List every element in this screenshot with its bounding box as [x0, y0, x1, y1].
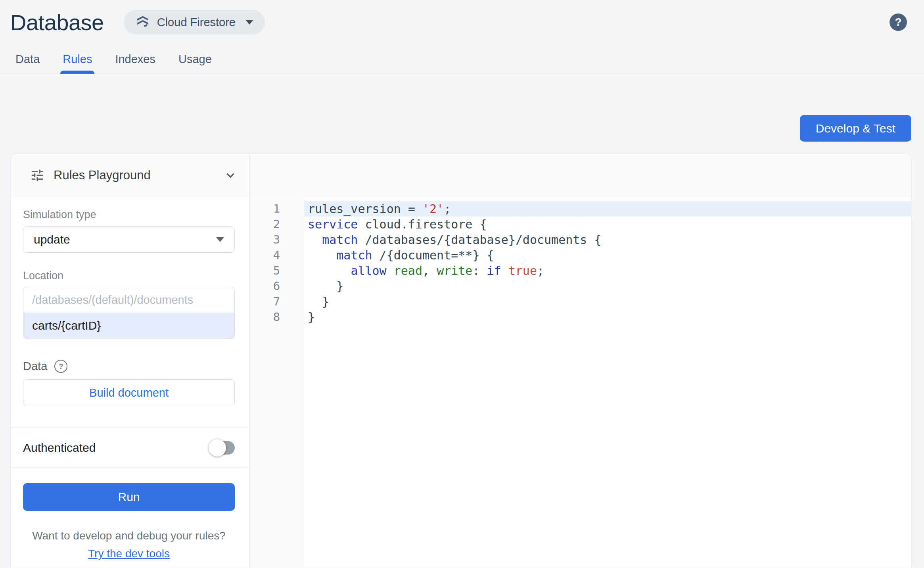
code-line-3[interactable]: match /databases/{database}/documents {: [304, 232, 911, 248]
develop-test-button[interactable]: Develop & Test: [800, 115, 911, 142]
location-label: Location: [23, 269, 235, 282]
dropdown-caret-icon: [216, 237, 224, 242]
code-line-6[interactable]: }: [304, 278, 911, 294]
code-area: 12345678 rules_version = '2';service clo…: [249, 197, 911, 568]
question-mark-glyph: ?: [59, 362, 63, 371]
location-prefix: /databases/(default)/documents: [23, 287, 234, 313]
code-line-8[interactable]: }: [304, 309, 911, 325]
simulation-type-value: update: [34, 233, 70, 246]
code-line-7[interactable]: }: [304, 294, 911, 309]
rules-playground-header[interactable]: Rules Playground: [11, 154, 249, 197]
page-title: Database: [10, 10, 104, 35]
rules-editor: 12345678 rules_version = '2';service clo…: [249, 154, 911, 568]
tune-icon: [30, 168, 45, 183]
location-input[interactable]: carts/{cartID}: [23, 313, 234, 339]
rules-card: Rules Playground Simulation type update …: [10, 154, 911, 568]
authenticated-toggle[interactable]: [209, 439, 235, 457]
tab-rules[interactable]: Rules: [52, 44, 102, 74]
run-section: Run Want to develop and debug your rules…: [11, 468, 249, 560]
dev-tools-link[interactable]: Try the dev tools: [23, 547, 235, 560]
code-lines[interactable]: rules_version = '2';service cloud.firest…: [304, 197, 911, 568]
tab-data[interactable]: Data: [5, 44, 50, 74]
line-number-gutter: 12345678: [249, 197, 304, 568]
rules-playground-body: Simulation type update Location /databas…: [11, 197, 249, 428]
data-help-icon[interactable]: ?: [54, 360, 67, 373]
help-icon: ?: [895, 16, 901, 29]
location-field: /databases/(default)/documents carts/{ca…: [23, 287, 235, 339]
firestore-rules-page: Database Cloud Firestore ? DataRulesInde…: [0, 0, 924, 568]
editor-toolbar: [249, 154, 911, 197]
simulation-type-select[interactable]: update: [23, 226, 235, 253]
line-number: 1: [249, 201, 304, 217]
tab-usage[interactable]: Usage: [168, 44, 222, 74]
dev-tools-prompt: Want to develop and debug your rules?: [23, 529, 235, 543]
collapse-chevron-icon[interactable]: [224, 169, 237, 182]
line-number: 5: [249, 263, 304, 278]
rules-playground-title: Rules Playground: [54, 168, 151, 182]
simulation-type-label: Simulation type: [23, 209, 96, 221]
line-number: 8: [249, 309, 304, 325]
line-number: 2: [249, 217, 304, 232]
line-number: 4: [249, 248, 304, 263]
toggle-knob: [209, 439, 226, 457]
data-label: Data: [23, 360, 47, 373]
build-document-button[interactable]: Build document: [23, 379, 235, 406]
authenticated-row: Authenticated: [11, 428, 249, 468]
rules-playground-panel: Rules Playground Simulation type update …: [11, 154, 249, 568]
tab-indexes[interactable]: Indexes: [105, 44, 166, 74]
line-number: 7: [249, 294, 304, 309]
chevron-down-icon: [246, 20, 253, 25]
selected-database-label: Cloud Firestore: [157, 16, 236, 29]
line-number: 3: [249, 232, 304, 248]
actions-row: Develop & Test: [0, 74, 924, 154]
tab-bar: DataRulesIndexesUsage: [0, 44, 924, 74]
help-button[interactable]: ?: [889, 13, 907, 31]
line-number: 6: [249, 278, 304, 294]
code-line-5[interactable]: allow read, write: if true;: [304, 263, 911, 278]
database-product-selector[interactable]: Cloud Firestore: [124, 10, 265, 35]
firestore-icon: [136, 15, 150, 29]
code-line-2[interactable]: service cloud.firestore {: [304, 217, 911, 232]
data-section: Data ?: [23, 360, 235, 373]
authenticated-label: Authenticated: [23, 441, 96, 455]
run-button[interactable]: Run: [23, 483, 235, 511]
code-line-4[interactable]: match /{document=**} {: [304, 248, 911, 263]
code-line-1[interactable]: rules_version = '2';: [304, 201, 911, 217]
topbar: Database Cloud Firestore ?: [0, 0, 924, 44]
